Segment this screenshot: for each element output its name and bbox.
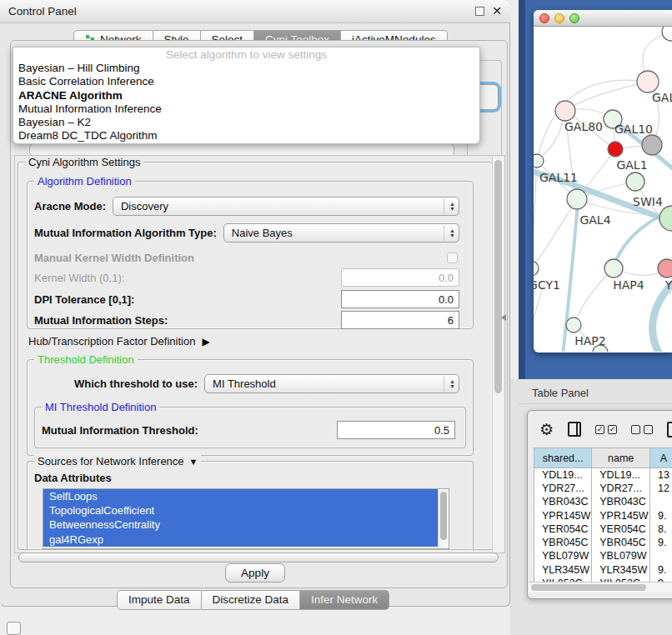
network-node-gal-partial[interactable] — [637, 71, 659, 92]
which-threshold-combobox[interactable]: MI Threshold ▲▼ — [204, 374, 459, 393]
network-node-top-right[interactable] — [662, 27, 672, 41]
algorithm-option-mutual-information-inference[interactable]: Mutual Information Inference — [13, 102, 479, 116]
kernel-width-input[interactable]: 0.0 — [341, 268, 459, 287]
network-window-titlebar — [534, 10, 672, 27]
control-panel-title: Control Panel — [8, 5, 77, 18]
algorithm-option-dream8-dc-tdc-algorithm[interactable]: Dream8 DC_TDC Algorithm — [13, 129, 479, 142]
column-header-shared-[interactable]: shared... — [534, 448, 592, 468]
close-traffic-light-icon[interactable] — [539, 13, 549, 23]
column-pane-icon[interactable] — [568, 422, 581, 437]
table-horizontal-scrollbar[interactable] — [529, 582, 672, 592]
network-node-HAP4[interactable] — [604, 259, 623, 278]
threshold-definition-title: Threshold Definition — [34, 353, 138, 366]
dpi-tolerance-input[interactable]: 0.0 — [341, 290, 459, 308]
table-row[interactable]: YBR043CYBR043C — [534, 495, 672, 508]
network-node-gray-node[interactable] — [642, 135, 662, 155]
network-node-red-node[interactable] — [608, 142, 623, 157]
mi-threshold-label: Mutual Information Threshold: — [42, 424, 198, 437]
minimized-panel-icon[interactable] — [7, 622, 21, 635]
network-edge — [614, 213, 665, 267]
table-row[interactable]: YDL19...YDL19...13 — [534, 468, 672, 482]
deselect-all-checkboxes-icon[interactable] — [631, 425, 653, 434]
algorithm-dropdown-popup: Select algorithm to view settings Bayesi… — [13, 47, 480, 144]
network-node-GAL1[interactable] — [626, 172, 644, 191]
list-vertical-scrollbar[interactable] — [438, 489, 449, 548]
algorithm-option-bayesian-k2[interactable]: Bayesian – K2 — [13, 116, 479, 129]
attribute-item-topologicalcoefficient[interactable]: TopologicalCoefficient — [43, 503, 438, 518]
kernel-width-label: Kernel Width (0,1): — [34, 272, 124, 284]
table-cell: YBL079W — [592, 549, 650, 562]
attribute-item-selfloops[interactable]: SelfLoops — [43, 489, 438, 503]
select-all-checkboxes-icon[interactable]: ✓✓ — [595, 425, 617, 434]
hub-definition-expander[interactable]: Hub/Transcription Factor Definition ▶ — [28, 335, 210, 348]
column-header-a[interactable]: A — [650, 448, 672, 468]
network-edge — [534, 286, 544, 335]
settings-scrollpane: Cyni Algorithm Settings Algorithm Defini… — [14, 155, 505, 553]
network-node-label-GAL11: GAL11 — [539, 171, 578, 184]
mi-steps-label: Mutual Information Steps: — [34, 314, 168, 327]
sources-group-title: Sources for Network Inference — [38, 455, 184, 468]
dpi-tolerance-label: DPI Tolerance [0,1]: — [34, 293, 134, 306]
mi-threshold-input[interactable]: 0.5 — [337, 421, 455, 439]
collapse-arrow-icon: ▼ — [189, 457, 198, 467]
network-node-GAL80[interactable] — [555, 101, 575, 121]
mi-type-combobox[interactable]: Naive Bayes ▲▼ — [223, 223, 459, 242]
mi-threshold-group: MI Threshold Definition Mutual Informati… — [34, 407, 466, 448]
popup-placeholder: Select algorithm to view settings — [13, 48, 479, 62]
apply-button[interactable]: Apply — [225, 563, 285, 582]
network-node-label-GAL1: GAL1 — [616, 158, 647, 172]
network-node-GAL4[interactable] — [567, 189, 587, 209]
algorithm-option-basic-correlation-inference[interactable]: Basic Correlation Inference — [13, 75, 479, 88]
table-row[interactable]: YBL079WYBL079W — [534, 549, 672, 562]
algorithm-definition-title: Algorithm Definition — [34, 175, 135, 188]
algorithm-option-aracne-algorithm[interactable]: ARACNE Algorithm — [13, 89, 479, 102]
panel-splitter-arrow-icon[interactable] — [501, 314, 506, 321]
table-cell: YER054C — [534, 522, 592, 536]
aracne-mode-combobox[interactable]: Discovery ▲▼ — [113, 197, 459, 216]
table-window: ⚙ ✓✓ shared...nameAYDL19...YDL19...13YDR… — [527, 410, 672, 599]
float-window-icon[interactable] — [475, 7, 484, 16]
table-cell: 9. — [650, 563, 672, 577]
tab-discretize-data[interactable]: Discretize Data — [202, 590, 301, 610]
settings-horizontal-scrollbar[interactable] — [18, 552, 499, 562]
table-cell: YDR27... — [534, 482, 592, 495]
table-row[interactable]: YER054CYER054C8. — [534, 522, 672, 536]
network-node-salmon[interactable] — [658, 259, 672, 278]
mi-steps-input[interactable]: 6 — [341, 311, 459, 329]
close-icon[interactable]: ✕ — [492, 7, 502, 16]
tab-infer-network[interactable]: Infer Network — [300, 590, 389, 610]
network-node-label-GAL80: GAL80 — [564, 120, 603, 133]
manual-kernel-checkbox[interactable] — [447, 252, 458, 263]
network-node-label-HAP4: HAP4 — [613, 278, 644, 292]
network-node-GCY1-node[interactable] — [534, 261, 539, 276]
settings-vertical-scrollbar[interactable] — [492, 157, 504, 552]
network-node-label-GAL10: GAL10 — [614, 122, 653, 136]
data-attributes-label: Data Attributes — [34, 472, 112, 484]
sources-group-title-row[interactable]: Sources for Network Inference ▼ — [34, 455, 201, 468]
column-header-name[interactable]: name — [592, 448, 650, 468]
algorithm-option-bayesian-hill-climbing[interactable]: Bayesian – Hill Climbing — [13, 62, 479, 75]
table-row[interactable]: YPR145WYPR145W9. — [534, 508, 672, 522]
network-node-left-small[interactable] — [534, 154, 544, 168]
table-cell: 9. — [650, 508, 672, 522]
table-row[interactable]: YDR27...YDR27...12 — [534, 482, 672, 495]
tab-impute-data[interactable]: Impute Data — [117, 590, 202, 610]
table-cell: YDL19... — [592, 468, 650, 482]
control-panel-titlebar: Control Panel ✕ — [0, 0, 510, 23]
gear-icon[interactable]: ⚙ — [539, 422, 554, 438]
table-row[interactable]: YLR345WYLR345W9. — [534, 563, 672, 577]
attribute-item-betweennesscentrality[interactable]: BetweennessCentrality — [43, 518, 438, 532]
network-node-label-gal-partial: GAL — [652, 91, 672, 104]
attribute-item-gal4rgexp[interactable]: gal4RGexp — [43, 532, 438, 547]
zoom-traffic-light-icon[interactable] — [569, 13, 579, 23]
minimize-traffic-light-icon[interactable] — [554, 13, 564, 23]
combo-stepper-icon: ▲▼ — [444, 198, 455, 214]
network-node-HAP2[interactable] — [566, 318, 581, 332]
table-cell: YBR045C — [592, 536, 650, 549]
network-node-SWI4[interactable] — [659, 206, 672, 231]
table-row[interactable]: YBR045CYBR045C9. — [534, 536, 672, 549]
table-cell: YLR345W — [592, 563, 650, 577]
network-canvas[interactable]: GALGAL80GAL10GAL1GAL11SWI4GAL4YGCY1HAP4H… — [534, 27, 672, 352]
page-icon[interactable] — [667, 422, 672, 438]
table-cell: YDL19... — [534, 468, 592, 482]
